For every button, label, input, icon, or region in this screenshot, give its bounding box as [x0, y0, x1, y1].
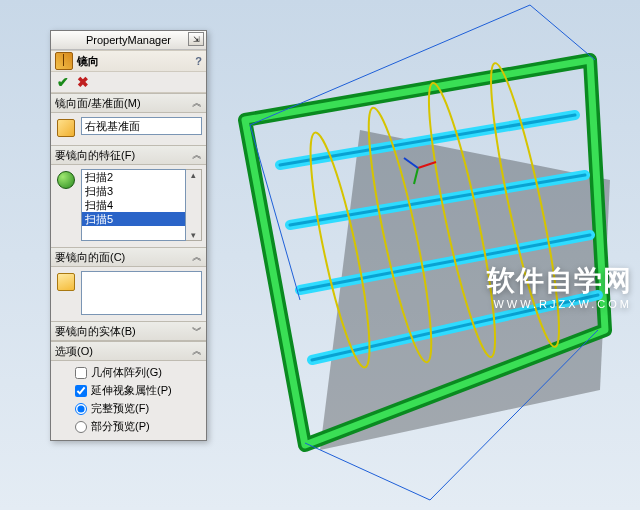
- list-item[interactable]: 扫描4: [82, 198, 185, 212]
- section-bodies-title: 要镜向的实体(B): [55, 324, 136, 339]
- chevron-down-icon: ︾: [192, 324, 202, 338]
- feature-icon: [57, 171, 75, 189]
- face-icon: [57, 273, 75, 291]
- list-item[interactable]: 扫描3: [82, 184, 185, 198]
- full-preview-label: 完整预览(F): [91, 401, 149, 416]
- section-faces-body: [51, 267, 206, 321]
- svg-line-16: [530, 5, 595, 60]
- option-full-preview[interactable]: 完整预览(F): [75, 401, 198, 416]
- option-propagate[interactable]: 延伸视象属性(P): [75, 383, 198, 398]
- pin-icon[interactable]: ⇲: [188, 32, 204, 46]
- chevron-up-icon: ︽: [192, 96, 202, 110]
- section-mirror-plane-title: 镜向面/基准面(M): [55, 96, 141, 111]
- help-button[interactable]: ?: [195, 55, 202, 67]
- full-preview-radio[interactable]: [75, 403, 87, 415]
- section-mirror-plane-body: 右视基准面: [51, 113, 206, 145]
- section-options-title: 选项(O): [55, 344, 93, 359]
- section-faces-title: 要镜向的面(C): [55, 250, 125, 265]
- geometry-pattern-checkbox[interactable]: [75, 367, 87, 379]
- property-manager-panel: PropertyManager ⇲ 镜向 ? ✔ ✖ 镜向面/基准面(M) ︽ …: [50, 30, 207, 441]
- svg-line-18: [305, 443, 430, 500]
- section-options-body: 几何体阵列(G) 延伸视象属性(P) 完整预览(F) 部分预览(P): [51, 361, 206, 440]
- pm-title-text: PropertyManager: [86, 34, 171, 46]
- propagate-label: 延伸视象属性(P): [91, 383, 172, 398]
- svg-line-15: [250, 5, 530, 125]
- list-item[interactable]: 扫描5: [82, 212, 185, 226]
- mirror-icon: [55, 52, 73, 70]
- partial-preview-label: 部分预览(P): [91, 419, 150, 434]
- propagate-checkbox[interactable]: [75, 385, 87, 397]
- section-features-body: 扫描2 扫描3 扫描4 扫描5 ▴▾: [51, 165, 206, 247]
- section-options-header[interactable]: 选项(O) ︽: [51, 341, 206, 361]
- chevron-up-icon: ︽: [192, 250, 202, 264]
- geometry-pattern-label: 几何体阵列(G): [91, 365, 162, 380]
- option-partial-preview[interactable]: 部分预览(P): [75, 419, 198, 434]
- cancel-button[interactable]: ✖: [77, 74, 89, 90]
- option-geometry-pattern[interactable]: 几何体阵列(G): [75, 365, 198, 380]
- section-mirror-plane-header[interactable]: 镜向面/基准面(M) ︽: [51, 93, 206, 113]
- list-item[interactable]: 扫描2: [82, 170, 185, 184]
- list-item-empty[interactable]: [82, 226, 185, 240]
- confirm-row: ✔ ✖: [51, 72, 206, 93]
- section-faces-header[interactable]: 要镜向的面(C) ︽: [51, 247, 206, 267]
- ok-button[interactable]: ✔: [57, 74, 69, 90]
- plane-icon: [57, 119, 75, 137]
- chevron-up-icon: ︽: [192, 344, 202, 358]
- listbox-scrollbar[interactable]: ▴▾: [186, 169, 202, 241]
- mirror-plane-field[interactable]: 右视基准面: [81, 117, 202, 135]
- feature-name: 镜向: [77, 54, 99, 69]
- pm-titlebar: PropertyManager ⇲: [51, 31, 206, 50]
- faces-listbox[interactable]: [81, 271, 202, 315]
- section-features-title: 要镜向的特征(F): [55, 148, 135, 163]
- section-bodies-header[interactable]: 要镜向的实体(B) ︾: [51, 321, 206, 341]
- partial-preview-radio[interactable]: [75, 421, 87, 433]
- chevron-up-icon: ︽: [192, 148, 202, 162]
- features-listbox[interactable]: 扫描2 扫描3 扫描4 扫描5: [81, 169, 186, 241]
- section-features-header[interactable]: 要镜向的特征(F) ︽: [51, 145, 206, 165]
- feature-header: 镜向 ?: [51, 50, 206, 72]
